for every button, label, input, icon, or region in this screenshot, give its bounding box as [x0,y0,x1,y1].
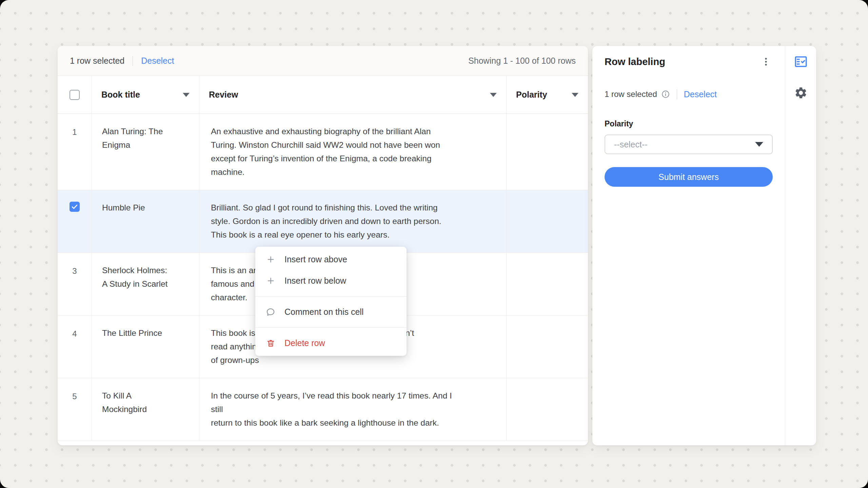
review-cell[interactable]: An exhaustive and exhausting biography o… [199,114,507,190]
submit-answers-button[interactable]: Submit answers [605,167,773,187]
comment-icon [265,307,276,317]
row-number[interactable]: 1 [58,114,92,190]
row-checkbox-checked[interactable] [70,202,80,212]
row-count-summary: Showing 1 - 100 of 100 rows [468,56,576,66]
book-title-cell[interactable]: Sherlock Holmes: A Study in Scarlet [92,253,199,315]
column-header-review[interactable]: Review [199,76,507,114]
menu-divider [255,296,407,297]
menu-item-insert-row-below[interactable]: Insert row below [255,270,407,291]
side-icon-rail [785,46,816,445]
polarity-cell[interactable] [507,378,588,441]
row-number-label: 3 [72,264,77,278]
book-title-cell[interactable]: To Kill A Mockingbird [92,378,199,441]
polarity-cell[interactable] [507,316,588,378]
row-number[interactable]: 3 [58,253,92,315]
review-cell[interactable]: In the course of 5 years, I’ve read this… [199,378,507,441]
selected-count-text: 1 row selected [70,56,124,66]
column-dropdown-icon[interactable] [183,93,190,97]
row-number[interactable]: 4 [58,316,92,378]
menu-item-insert-row-above[interactable]: Insert row above [255,249,407,270]
info-icon[interactable] [661,90,670,99]
kebab-menu-icon[interactable] [759,55,773,68]
review-cell[interactable]: Brilliant. So glad I got round to finish… [199,190,507,252]
menu-item-comment-on-cell[interactable]: Comment on this cell [255,301,407,323]
polarity-field-label: Polarity [605,119,773,128]
column-header-book-title[interactable]: Book title [92,76,199,114]
select-all-checkbox[interactable] [70,90,80,100]
select-all-header-cell[interactable] [58,76,92,114]
row-labeling-panel: Row labeling 1 row selected Deselect [592,46,816,445]
table-row[interactable]: 5To Kill A MockingbirdIn the course of 5… [58,378,588,441]
row-number-label: 1 [72,125,77,139]
toolbar-divider [133,56,133,66]
polarity-cell[interactable] [507,114,588,190]
panel-title: Row labeling [605,55,665,68]
trash-icon [265,339,276,348]
select-dropdown-icon [755,142,763,147]
column-label-polarity: Polarity [516,90,547,100]
menu-item-delete-row[interactable]: Delete row [255,332,407,354]
data-table-card: 1 row selected Deselect Showing 1 - 100 … [58,46,588,445]
column-dropdown-icon[interactable] [490,93,497,97]
row-number[interactable]: 5 [58,378,92,441]
settings-gear-icon[interactable] [793,85,808,100]
column-header-polarity[interactable]: Polarity [507,76,588,114]
plus-icon [265,255,276,264]
panel-deselect-link[interactable]: Deselect [684,89,717,99]
column-label-book-title: Book title [101,90,140,100]
row-number-label: 5 [72,390,77,403]
book-title-cell[interactable]: Humble Pie [92,190,199,252]
column-dropdown-icon[interactable] [572,93,578,97]
table-header-row: Book title Review Polarity [58,76,588,114]
panel-content: Row labeling 1 row selected Deselect [592,46,785,445]
app-background: 1 row selected Deselect Showing 1 - 100 … [0,0,868,488]
polarity-select-value: --select-- [614,140,648,149]
row-number-label: 4 [72,327,77,341]
polarity-cell[interactable] [507,253,588,315]
context-menu: Insert row aboveInsert row belowComment … [255,247,407,356]
menu-item-label: Comment on this cell [284,307,363,317]
row-labeling-tab-icon[interactable] [793,54,808,69]
book-title-cell[interactable]: The Little Prince [92,316,199,378]
book-title-cell[interactable]: Alan Turing: The Enigma [92,114,199,190]
panel-divider [677,89,677,99]
polarity-cell[interactable] [507,190,588,252]
table-row[interactable]: 1Alan Turing: The EnigmaAn exhaustive an… [58,114,588,190]
row-checkbox-cell[interactable] [58,190,92,252]
menu-divider [255,327,407,328]
deselect-link[interactable]: Deselect [141,56,174,66]
menu-item-label: Delete row [284,338,325,348]
menu-item-label: Insert row below [284,276,346,286]
panel-selected-count-text: 1 row selected [605,89,657,99]
polarity-select[interactable]: --select-- [605,135,773,154]
table-row[interactable]: Humble PieBrilliant. So glad I got round… [58,190,588,253]
column-label-review: Review [209,90,238,100]
table-toolbar: 1 row selected Deselect Showing 1 - 100 … [58,46,588,76]
plus-icon [265,276,276,285]
menu-item-label: Insert row above [284,255,347,264]
